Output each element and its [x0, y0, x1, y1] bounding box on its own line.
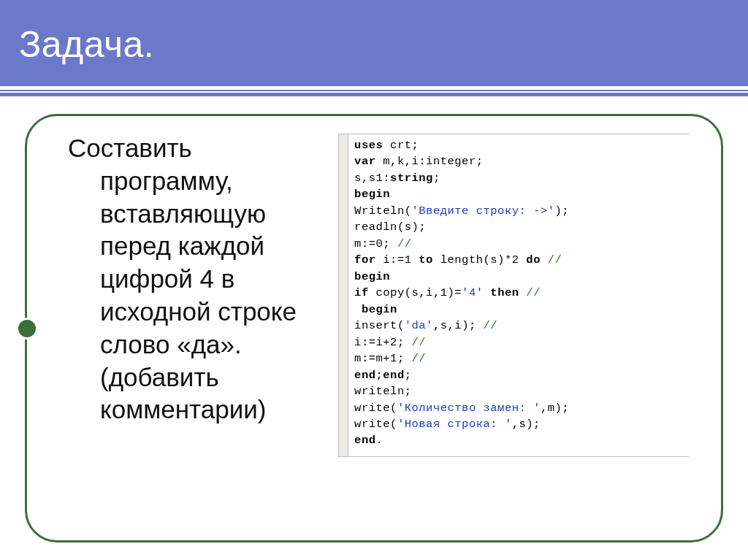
divider-thick — [0, 93, 748, 96]
comment: // — [412, 336, 427, 349]
str-da: 'da' — [405, 319, 433, 332]
slide-title: Задача. — [0, 0, 748, 66]
title-band: Задача. — [0, 0, 748, 88]
comment: // — [412, 352, 427, 365]
content-frame: Составить программу, вставляющую перед к… — [25, 114, 723, 542]
comment: // — [541, 253, 562, 266]
kw-if: if — [354, 286, 369, 299]
kw-uses: uses — [354, 139, 383, 152]
kw-begin: begin — [354, 270, 390, 283]
divider-thin — [0, 90, 748, 91]
task-text-block: Составить программу, вставляющую перед к… — [52, 126, 335, 530]
code-panel: uses crt; var m,k,i:integer; s,s1:string… — [335, 126, 696, 530]
comment: // — [484, 319, 498, 332]
code-gutter — [338, 134, 348, 456]
task-paragraph: Составить программу, вставляющую перед к… — [68, 132, 328, 426]
kw-to: to — [419, 253, 433, 266]
code-box: uses crt; var m,k,i:integer; s,s1:string… — [338, 134, 689, 457]
kw-string: string — [390, 172, 433, 185]
content-area: Составить программу, вставляющую перед к… — [0, 102, 748, 560]
kw-do: do — [526, 253, 541, 266]
bullet-icon — [18, 320, 36, 337]
str-prompt: 'Введите строку: ->' — [412, 204, 555, 218]
kw-var: var — [354, 155, 375, 168]
str-count: 'Количество замен: ' — [397, 402, 541, 415]
columns: Составить программу, вставляющую перед к… — [52, 126, 696, 530]
kw-end: end — [383, 369, 404, 382]
divider — [0, 88, 748, 96]
kw-then: then — [490, 286, 519, 299]
str-4: '4' — [462, 286, 483, 299]
str-new: 'Новая строка: ' — [397, 418, 512, 431]
code-listing: uses crt; var m,k,i:integer; s,s1:string… — [348, 134, 575, 456]
slide: Задача. Составить программу, вставляющую… — [0, 0, 748, 560]
kw-begin: begin — [354, 188, 390, 201]
comment: // — [397, 237, 412, 250]
kw-begin: begin — [354, 303, 397, 316]
comment: // — [519, 286, 541, 299]
kw-for: for — [354, 253, 375, 266]
kw-end: end — [354, 369, 375, 382]
kw-end: end — [354, 434, 375, 447]
